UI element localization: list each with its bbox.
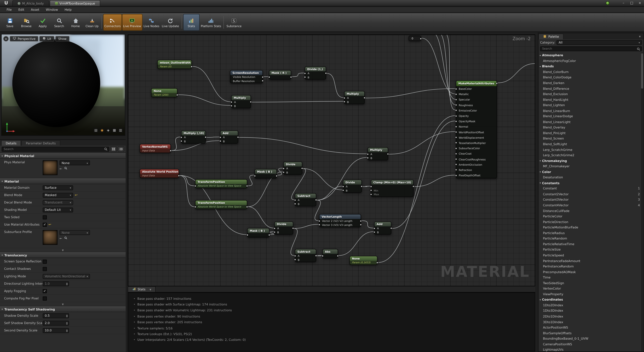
palette-item-blend-hardlight[interactable]: Blend_HardLight xyxy=(538,97,644,103)
palette-item-blend-pinlight[interactable]: Blend_PinLight xyxy=(538,130,644,136)
dropdown[interactable]: None▾ xyxy=(60,161,90,165)
numeric-input[interactable]: 1.0 xyxy=(43,281,69,286)
output-pin[interactable] xyxy=(237,136,239,138)
clean-up-button[interactable]: Clean Up xyxy=(84,14,100,31)
expand-advanced-button[interactable]: ▼ xyxy=(0,302,126,306)
checkbox[interactable]: ✓ xyxy=(43,222,47,227)
frame-icon[interactable]: ▤ xyxy=(93,128,98,133)
input-pin[interactable] xyxy=(373,227,375,229)
preview-viewport[interactable]: ≡ PerspectiveLitShow ▤◉◈▦▥ xyxy=(1,34,125,136)
output-pin[interactable] xyxy=(176,94,178,96)
input-pin[interactable] xyxy=(304,72,306,74)
palette-item-camerapositionws[interactable]: CameraPositionWS xyxy=(538,342,644,347)
input-pin[interactable] xyxy=(342,189,344,191)
graph-node-vertex-normal-ws[interactable]: VertexNormalWSInput Data xyxy=(140,144,171,153)
palette-item-particlespeed[interactable]: ParticleSpeed xyxy=(538,253,644,258)
numeric-input[interactable]: 0.5 xyxy=(43,313,69,318)
apply-button[interactable]: Apply xyxy=(34,14,51,31)
palette-item-blend-exclusion[interactable]: Blend_Exclusion xyxy=(538,91,644,97)
palette-item-blend-colordodge[interactable]: Blend_ColorDodge xyxy=(538,75,644,80)
input-pin[interactable] xyxy=(219,140,221,142)
output-pin[interactable] xyxy=(262,76,264,78)
graph-node-subtract-a[interactable]: SubtractAB xyxy=(295,193,316,206)
document-tab-vrmmtoonbaseopaque[interactable]: VrmMToonBaseOpaque xyxy=(50,0,100,6)
checkbox[interactable] xyxy=(43,215,47,219)
reset-to-default-icon[interactable]: ↩ xyxy=(48,223,51,226)
input-pin[interactable] xyxy=(343,97,345,99)
graph-node-param-none-01633[interactable]: NoneParam (0,1633) xyxy=(350,256,378,265)
input-pin[interactable] xyxy=(455,137,457,139)
graph-node-divide-a[interactable]: DivideAB xyxy=(284,162,302,175)
input-pin[interactable] xyxy=(455,142,457,144)
document-tab-m-alicia-body[interactable]: M_Alicia_body xyxy=(12,0,49,6)
browse-button[interactable]: Browse xyxy=(18,14,34,31)
dropdown[interactable]: None▾ xyxy=(60,230,90,235)
input-pin[interactable] xyxy=(230,105,232,107)
palette-item-particlemotionblurfade[interactable]: ParticleMotionBlurFade xyxy=(538,225,644,230)
palette-item-particlerandom[interactable]: ParticleRandom xyxy=(538,236,644,241)
menu-window[interactable]: Window xyxy=(42,7,62,12)
viewport-lit-button[interactable]: Lit xyxy=(40,36,54,41)
graph-node-multiply-a[interactable]: MultiplyAB xyxy=(231,95,251,108)
input-pin[interactable] xyxy=(367,153,369,155)
palette-item-actorpositionws[interactable]: ActorPositionWS xyxy=(538,325,644,330)
graph-editor[interactable]: MATERIAL 0mtoon_OutlineWidthParam (0)Non… xyxy=(128,34,535,286)
dropdown[interactable]: Default Lit▾ xyxy=(43,207,73,212)
section-header-translucency[interactable]: ▾Translucency xyxy=(0,252,126,258)
palette-item-perinstancefadeamount[interactable]: PerInstanceFadeAmount xyxy=(538,258,644,264)
output-pin[interactable] xyxy=(292,227,294,229)
menu-asset[interactable]: Asset xyxy=(28,7,42,12)
category-dropdown[interactable]: All ▾ xyxy=(556,40,642,45)
input-pin[interactable] xyxy=(282,171,284,173)
input-pin[interactable] xyxy=(294,255,296,257)
palette-item-mf-chromakeyer[interactable]: MF_Chromakeyer xyxy=(538,164,644,169)
substance-button[interactable]: SSubstance xyxy=(225,14,243,31)
browse-to-asset-icon[interactable] xyxy=(64,236,68,240)
dropdown[interactable]: Translucent▾ xyxy=(43,200,73,205)
property-matrix-icon[interactable] xyxy=(110,146,117,152)
graph-node-make-material-attributes[interactable]: MakeMaterialAttributesBaseColorMetallicS… xyxy=(456,80,497,178)
palette-item-precomputedaomask[interactable]: PrecomputedAOMask xyxy=(538,269,644,275)
palette-item-lerp-scratchgrime[interactable]: Lerp_ScratchGrime xyxy=(538,147,644,152)
browse-to-asset-icon[interactable] xyxy=(64,167,68,171)
palette-item-constant3vector[interactable]: Constant3Vector3 xyxy=(538,197,644,202)
palette-item-3dto1dindex[interactable]: 3Dto1DIndex xyxy=(538,319,644,325)
palette-item-distancecullfade[interactable]: DistanceCullFade xyxy=(538,208,644,213)
palette-item-constant[interactable]: Constant1 xyxy=(538,186,644,191)
input-pin[interactable] xyxy=(194,206,196,208)
input-pin[interactable] xyxy=(282,168,284,170)
palette-group-blends[interactable]: ▾Blends xyxy=(538,64,644,69)
menu-help[interactable]: Help xyxy=(61,7,75,12)
palette-item-vertexcolor[interactable]: VertexColor xyxy=(538,286,644,291)
palette-item-lerp-scratchgrime2[interactable]: Lerp_ScratchGrime2 xyxy=(538,153,644,158)
input-pin[interactable] xyxy=(294,259,296,261)
viewport-perspective-button[interactable]: Perspective xyxy=(10,36,38,41)
input-pin[interactable] xyxy=(455,153,457,155)
palette-item-boundingboxbased-0-1-uvw[interactable]: BoundingBoxBased_0-1_UVW xyxy=(538,336,644,341)
output-pin[interactable] xyxy=(325,72,327,74)
asset-thumbnail[interactable] xyxy=(43,230,58,245)
input-pin[interactable] xyxy=(455,131,457,133)
input-pin[interactable] xyxy=(455,109,457,111)
effects-icon[interactable]: ◈ xyxy=(106,128,111,133)
output-pin[interactable] xyxy=(387,153,389,155)
output-pin[interactable] xyxy=(496,82,498,84)
menu-edit[interactable]: Edit xyxy=(15,7,28,12)
palette-item-viewproperty[interactable]: ViewProperty xyxy=(538,291,644,297)
output-pin[interactable] xyxy=(262,80,264,82)
palette-item-particlerelativetime[interactable]: ParticleRelativeTime xyxy=(538,241,644,247)
palette-item-blend-lighten[interactable]: Blend_Lighten xyxy=(538,103,644,108)
viewport-show-button[interactable]: Show xyxy=(55,36,70,41)
palette-group-atmosphere[interactable]: ▾Atmosphere xyxy=(538,52,644,58)
output-pin[interactable] xyxy=(412,185,414,187)
tab-parameter-defaults[interactable]: Parameter Defaults xyxy=(21,140,60,146)
input-pin[interactable] xyxy=(180,140,182,142)
output-pin[interactable] xyxy=(376,262,378,264)
asset-thumbnail[interactable] xyxy=(43,161,58,175)
close-button[interactable]: × xyxy=(636,0,644,6)
search-button[interactable]: Search xyxy=(51,14,68,31)
section-header-material[interactable]: ▾Material xyxy=(0,178,126,184)
graph-node-param-none-200[interactable]: NoneParam (200) xyxy=(151,88,178,97)
graph-node-subtract-b[interactable]: SubtractAB xyxy=(295,249,316,262)
home-button[interactable]: Home xyxy=(68,14,84,31)
